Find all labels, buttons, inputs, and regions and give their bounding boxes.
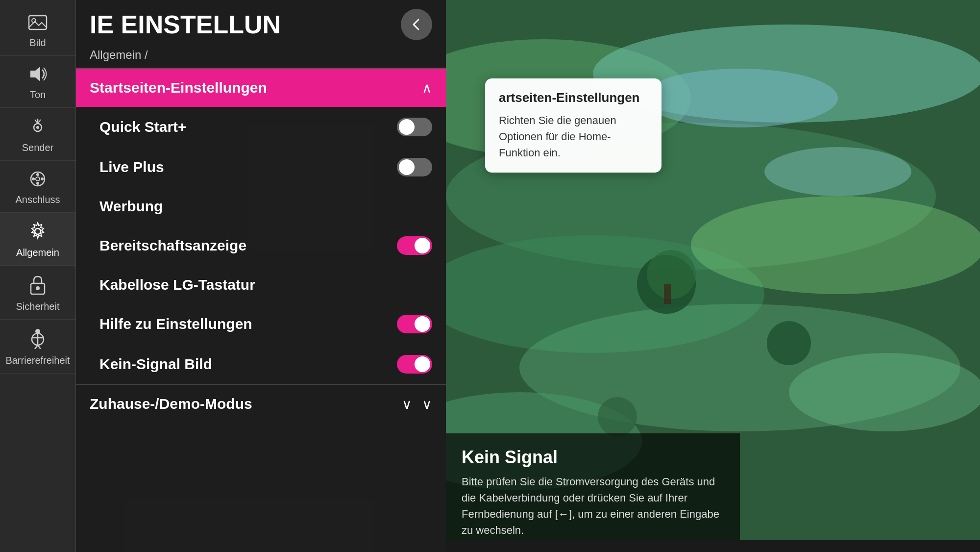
sidebar-item-anschluss-label: Anschluss — [15, 194, 60, 205]
no-signal-overlay: Kein Signal Bitte prüfen Sie die Stromve… — [446, 433, 740, 552]
svg-point-28 — [691, 196, 980, 294]
sidebar-item-sicherheit[interactable]: Sicherheit — [0, 266, 75, 320]
menu-item-kein-signal[interactable]: Kein-Signal Bild — [76, 344, 446, 384]
no-signal-title: Kein Signal — [462, 447, 724, 468]
svg-point-16 — [36, 286, 40, 290]
no-signal-text: Bitte prüfen Sie die Stromversorgung des… — [462, 474, 724, 538]
menu-item-startseiten-label: Startseiten-Einstellungen — [90, 79, 417, 96]
allgemein-icon — [28, 222, 48, 244]
toggle-knob — [415, 356, 430, 372]
menu-item-startseiten[interactable]: Startseiten-Einstellungen ∧ — [76, 69, 446, 107]
svg-point-11 — [32, 177, 35, 180]
sidebar-item-ton-label: Ton — [30, 89, 46, 100]
toggle-knob — [415, 316, 430, 332]
menu-item-bereitschaft[interactable]: Bereitschaftsanzeige — [76, 226, 446, 266]
toggle-knob — [415, 238, 430, 253]
svg-rect-34 — [664, 284, 671, 304]
sidebar-item-allgemein[interactable]: Allgemein — [0, 213, 75, 266]
liveplus-toggle[interactable] — [397, 158, 432, 176]
chevron-down-icon-2: ∨ — [422, 396, 432, 412]
svg-point-9 — [36, 173, 39, 176]
menu-item-quickstart-label: Quick Start+ — [99, 119, 397, 135]
menu-item-zuhause[interactable]: zuhause Zuhause-/Demo-Modus ∨ ∨ — [76, 384, 446, 423]
kein-signal-toggle[interactable] — [397, 355, 432, 374]
menu-item-hilfe-label: Hilfe zu Einstellungen — [99, 316, 397, 332]
menu-item-kein-signal-label: Kein-Signal Bild — [99, 356, 397, 373]
sidebar-item-sender-label: Sender — [22, 142, 54, 153]
tooltip-text: Richten Sie die genauen Optionen für die… — [499, 112, 648, 161]
bild-icon — [28, 14, 48, 34]
bottom-bar — [446, 540, 980, 552]
chevron-up-icon: ∧ — [422, 80, 432, 96]
menu-item-zuhause-label: zuhause Zuhause-/Demo-Modus — [90, 396, 397, 412]
menu-item-liveplus-label: Live Plus — [99, 159, 397, 176]
menu-item-quickstart[interactable]: Quick Start+ — [76, 107, 446, 147]
sicherheit-icon — [29, 275, 47, 298]
background-area: Kein Signal Bitte prüfen Sie die Stromve… — [446, 0, 980, 552]
sidebar-item-bild[interactable]: Bild — [0, 5, 75, 56]
hilfe-toggle[interactable] — [397, 315, 432, 333]
back-button[interactable] — [401, 9, 432, 40]
menu-item-werbung[interactable]: Werbung — [76, 187, 446, 226]
svg-point-4 — [36, 126, 39, 129]
sender-icon — [28, 117, 48, 139]
ton-icon — [28, 65, 47, 86]
chevron-down-icon: ∨ — [402, 396, 412, 412]
menu-list: Startseiten-Einstellungen ∧ Quick Start+… — [76, 69, 446, 552]
tooltip-title: artseiten-Einstellungen — [499, 90, 648, 105]
sidebar-item-allgemein-label: Allgemein — [16, 247, 59, 258]
svg-point-14 — [35, 228, 41, 234]
menu-item-kabellose-label: Kabellose LG-Tastatur — [99, 276, 432, 293]
sidebar-item-ton[interactable]: Ton — [0, 56, 75, 108]
menu-item-bereitschaft-label: Bereitschaftsanzeige — [99, 237, 397, 254]
svg-point-38 — [764, 147, 911, 196]
svg-point-31 — [789, 353, 980, 431]
main-panel: IE EINSTELLUN Allgemein / Startseiten-Ei… — [76, 0, 446, 552]
svg-point-37 — [642, 69, 838, 127]
svg-point-36 — [598, 397, 637, 436]
svg-point-13 — [36, 177, 40, 181]
sidebar-item-anschluss[interactable]: Anschluss — [0, 161, 75, 213]
svg-point-10 — [36, 182, 39, 185]
barrierefreiheit-icon — [28, 328, 47, 352]
quickstart-toggle[interactable] — [397, 118, 432, 136]
sidebar-item-sender[interactable]: Sender — [0, 108, 75, 161]
sidebar-item-sicherheit-label: Sicherheit — [16, 301, 60, 312]
sidebar-item-barrierefreiheit[interactable]: Barrierefreiheit — [0, 320, 75, 374]
sidebar-item-bild-label: Bild — [29, 37, 46, 49]
menu-item-werbung-label: Werbung — [99, 198, 432, 215]
bereitschaft-toggle[interactable] — [397, 236, 432, 255]
page-title: IE EINSTELLUN — [90, 10, 401, 39]
sidebar-item-barrierefreiheit-label: Barrierefreiheit — [5, 355, 70, 366]
toggle-knob — [399, 159, 415, 175]
sidebar: Bild Ton Sender — [0, 0, 76, 552]
anschluss-icon — [27, 170, 48, 191]
tooltip-box: artseiten-Einstellungen Richten Sie die … — [485, 78, 662, 173]
menu-item-hilfe[interactable]: Hilfe zu Einstellungen — [76, 304, 446, 344]
menu-item-liveplus[interactable]: Live Plus — [76, 147, 446, 187]
svg-line-22 — [38, 345, 41, 349]
toggle-knob — [399, 119, 415, 135]
svg-marker-2 — [30, 67, 40, 81]
panel-header: IE EINSTELLUN — [76, 0, 446, 45]
svg-point-33 — [647, 250, 696, 299]
svg-point-12 — [41, 177, 44, 180]
menu-item-kabellose[interactable]: Kabellose LG-Tastatur — [76, 266, 446, 304]
svg-point-35 — [767, 321, 811, 365]
breadcrumb: Allgemein / — [76, 45, 446, 68]
svg-line-21 — [35, 345, 38, 349]
svg-rect-0 — [29, 16, 47, 29]
